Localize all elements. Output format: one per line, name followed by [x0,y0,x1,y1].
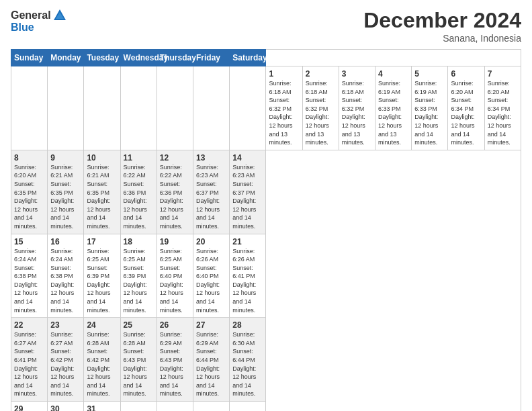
calendar-week-row: 29Sunrise: 6:30 AMSunset: 6:45 PMDayligh… [11,402,521,412]
day-number: 10 [87,153,117,163]
logo-blue-text: Blue [11,21,69,34]
day-number: 28 [232,320,263,330]
day-number: 23 [50,320,81,330]
day-info: Sunrise: 6:24 AMSunset: 6:38 PMDaylight:… [50,247,81,315]
calendar-cell: 18Sunrise: 6:25 AMSunset: 6:39 PMDayligh… [120,234,157,318]
calendar-cell: 9Sunrise: 6:21 AMSunset: 6:35 PMDaylight… [48,150,84,234]
calendar-cell: 13Sunrise: 6:23 AMSunset: 6:37 PMDayligh… [193,150,230,234]
day-info: Sunrise: 6:25 AMSunset: 6:39 PMDaylight:… [124,247,154,315]
calendar-cell: 26Sunrise: 6:29 AMSunset: 6:43 PMDayligh… [157,318,193,402]
day-info: Sunrise: 6:21 AMSunset: 6:35 PMDaylight:… [87,163,117,231]
header: General Blue December 2024 Sanana, Indon… [11,8,521,44]
calendar-cell: 31Sunrise: 6:31 AMSunset: 6:46 PMDayligh… [84,402,120,412]
calendar-cell: 20Sunrise: 6:26 AMSunset: 6:40 PMDayligh… [193,234,230,318]
day-number: 12 [160,153,190,163]
calendar-week-row: 22Sunrise: 6:27 AMSunset: 6:41 PMDayligh… [11,318,521,402]
day-number: 29 [14,404,44,411]
day-number: 2 [306,69,336,79]
calendar-cell [11,66,48,150]
day-number: 27 [196,320,226,330]
column-header-sunday: Sunday [11,50,48,66]
day-info: Sunrise: 6:19 AMSunset: 6:33 PMDaylight:… [414,79,445,147]
day-info: Sunrise: 6:27 AMSunset: 6:41 PMDaylight:… [14,330,44,398]
day-number: 14 [232,153,263,163]
calendar-cell [230,402,266,412]
column-header-wednesday: Wednesday [120,50,157,66]
calendar-cell: 30Sunrise: 6:31 AMSunset: 6:45 PMDayligh… [48,402,84,412]
calendar-cell: 19Sunrise: 6:25 AMSunset: 6:40 PMDayligh… [157,234,193,318]
day-info: Sunrise: 6:28 AMSunset: 6:43 PMDaylight:… [124,330,154,398]
day-number: 11 [124,153,154,163]
calendar-cell: 28Sunrise: 6:30 AMSunset: 6:44 PMDayligh… [230,318,266,402]
day-info: Sunrise: 6:24 AMSunset: 6:38 PMDaylight:… [14,247,44,315]
calendar-cell: 15Sunrise: 6:24 AMSunset: 6:38 PMDayligh… [11,234,48,318]
column-header-friday: Friday [193,50,230,66]
day-number: 13 [196,153,226,163]
calendar-cell: 5Sunrise: 6:19 AMSunset: 6:33 PMDaylight… [412,66,448,150]
logo: General Blue [11,8,69,34]
day-number: 1 [269,69,299,79]
day-number: 30 [50,404,81,411]
day-info: Sunrise: 6:23 AMSunset: 6:37 PMDaylight:… [232,163,263,231]
day-info: Sunrise: 6:26 AMSunset: 6:41 PMDaylight:… [232,247,263,315]
calendar-cell: 14Sunrise: 6:23 AMSunset: 6:37 PMDayligh… [230,150,266,234]
calendar-cell: 2Sunrise: 6:18 AMSunset: 6:32 PMDaylight… [302,66,339,150]
calendar-cell: 22Sunrise: 6:27 AMSunset: 6:41 PMDayligh… [11,318,48,402]
day-info: Sunrise: 6:29 AMSunset: 6:44 PMDaylight:… [196,330,226,398]
day-number: 25 [124,320,154,330]
logo-text: General [11,8,69,23]
day-number: 3 [342,69,372,79]
day-number: 9 [50,153,81,163]
calendar-cell: 6Sunrise: 6:20 AMSunset: 6:34 PMDaylight… [448,66,484,150]
day-info: Sunrise: 6:25 AMSunset: 6:40 PMDaylight:… [160,247,190,315]
month-title: December 2024 [363,8,521,33]
calendar-cell: 21Sunrise: 6:26 AMSunset: 6:41 PMDayligh… [230,234,266,318]
calendar-cell: 3Sunrise: 6:18 AMSunset: 6:32 PMDaylight… [339,66,375,150]
day-info: Sunrise: 6:21 AMSunset: 6:35 PMDaylight:… [50,163,81,231]
day-number: 16 [50,237,81,246]
column-header-saturday: Saturday [230,50,266,66]
calendar-cell: 8Sunrise: 6:20 AMSunset: 6:35 PMDaylight… [11,150,48,234]
calendar-week-row: 8Sunrise: 6:20 AMSunset: 6:35 PMDaylight… [11,150,521,234]
day-number: 31 [87,404,117,411]
column-header-monday: Monday [48,50,84,66]
calendar-cell [157,66,193,150]
day-info: Sunrise: 6:18 AMSunset: 6:32 PMDaylight:… [306,79,336,147]
day-number: 19 [160,237,190,246]
calendar-cell: 11Sunrise: 6:22 AMSunset: 6:36 PMDayligh… [120,150,157,234]
calendar-header-row: SundayMondayTuesdayWednesdayThursdayFrid… [11,50,521,66]
location-subtitle: Sanana, Indonesia [363,33,521,44]
calendar-week-row: 1Sunrise: 6:18 AMSunset: 6:32 PMDaylight… [11,66,521,150]
calendar-cell [230,66,266,150]
day-number: 4 [378,69,408,79]
day-number: 18 [124,237,154,246]
day-info: Sunrise: 6:25 AMSunset: 6:39 PMDaylight:… [87,247,117,315]
day-number: 20 [196,237,226,246]
day-number: 26 [160,320,190,330]
day-info: Sunrise: 6:18 AMSunset: 6:32 PMDaylight:… [269,79,299,147]
calendar-cell: 16Sunrise: 6:24 AMSunset: 6:38 PMDayligh… [48,234,84,318]
day-number: 8 [14,153,44,163]
calendar-cell [120,66,157,150]
day-info: Sunrise: 6:23 AMSunset: 6:37 PMDaylight:… [196,163,226,231]
calendar-cell: 23Sunrise: 6:27 AMSunset: 6:42 PMDayligh… [48,318,84,402]
calendar-cell [157,402,193,412]
calendar-week-row: 15Sunrise: 6:24 AMSunset: 6:38 PMDayligh… [11,234,521,318]
day-info: Sunrise: 6:22 AMSunset: 6:36 PMDaylight:… [160,163,190,231]
calendar-cell [193,402,230,412]
calendar-table: SundayMondayTuesdayWednesdayThursdayFrid… [11,49,521,411]
day-number: 24 [87,320,117,330]
calendar-cell: 7Sunrise: 6:20 AMSunset: 6:34 PMDaylight… [484,66,521,150]
day-number: 6 [451,69,481,79]
calendar-cell [48,66,84,150]
day-number: 5 [414,69,445,79]
title-block: December 2024 Sanana, Indonesia [363,8,521,44]
day-info: Sunrise: 6:26 AMSunset: 6:40 PMDaylight:… [196,247,226,315]
calendar-cell: 17Sunrise: 6:25 AMSunset: 6:39 PMDayligh… [84,234,120,318]
day-info: Sunrise: 6:30 AMSunset: 6:44 PMDaylight:… [232,330,263,398]
calendar-cell [84,66,120,150]
calendar-cell: 4Sunrise: 6:19 AMSunset: 6:33 PMDaylight… [375,66,412,150]
calendar-cell: 27Sunrise: 6:29 AMSunset: 6:44 PMDayligh… [193,318,230,402]
calendar-cell: 29Sunrise: 6:30 AMSunset: 6:45 PMDayligh… [11,402,48,412]
day-info: Sunrise: 6:27 AMSunset: 6:42 PMDaylight:… [50,330,81,398]
